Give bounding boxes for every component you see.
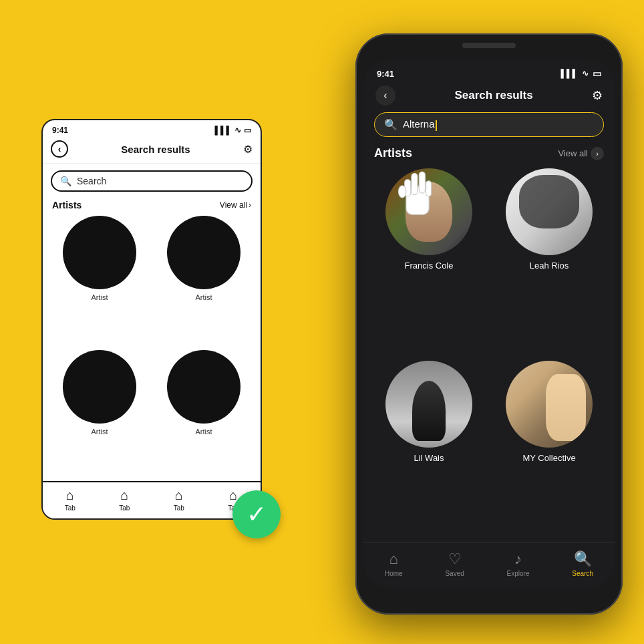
wf-wifi-icon: ∿ <box>234 126 241 135</box>
wf-nav-item-3[interactable]: ⌂ Tab <box>174 488 184 512</box>
dp-artist-name-francis: Francis Cole <box>405 261 454 271</box>
dp-search-input[interactable]: Alterna <box>403 118 594 130</box>
wf-header: ‹ Search results ⚙ <box>43 138 261 164</box>
wf-nav-item-1[interactable]: ⌂ Tab <box>65 488 75 512</box>
dp-search-icon: 🔍 <box>384 118 397 131</box>
dp-view-all-button[interactable]: View all › <box>558 147 604 160</box>
wf-page-title: Search results <box>121 144 190 155</box>
dp-artist-item-mycollective[interactable]: MY Collective <box>494 361 604 542</box>
scene: 9:41 ▌▌▌ ∿ ▭ ‹ Search results ⚙ 🔍 Search… <box>0 0 644 644</box>
wf-artist-image-1 <box>63 216 136 289</box>
dp-artist-image-leah <box>506 168 593 255</box>
dp-search-nav-icon: 🔍 <box>574 550 592 568</box>
wf-nav-label-3: Tab <box>174 504 184 512</box>
dp-search-bar[interactable]: 🔍 Alterna <box>374 112 604 137</box>
dp-signal-icon: ▌▌▌ <box>560 69 578 78</box>
dp-artist-name-leah: Leah Rios <box>530 261 569 271</box>
wf-artist-item-1[interactable]: Artist <box>52 216 147 341</box>
dp-artist-image-francis <box>385 168 472 255</box>
wf-artist-name-1: Artist <box>91 293 108 301</box>
dp-page-title: Search results <box>454 89 532 102</box>
dp-artist-name-lilwais: Lil Wais <box>414 453 444 463</box>
dp-artist-item-leah[interactable]: Leah Rios <box>494 168 604 350</box>
wf-status-bar: 9:41 ▌▌▌ ∿ ▭ <box>43 120 261 138</box>
wf-signal-icon: ▌▌▌ <box>214 126 232 135</box>
dp-artist-name-mycollective: MY Collective <box>522 453 575 463</box>
wf-artist-image-4 <box>167 350 240 424</box>
wf-search-bar[interactable]: 🔍 Search <box>51 170 253 192</box>
dp-text-cursor <box>436 120 437 131</box>
dp-search-label: Search <box>572 570 593 577</box>
wireframe-phone: 9:41 ▌▌▌ ∿ ▭ ‹ Search results ⚙ 🔍 Search… <box>41 119 262 520</box>
dp-view-all-label: View all <box>558 148 588 158</box>
dp-explore-label: Explore <box>507 570 530 577</box>
wf-artist-image-3 <box>63 350 136 424</box>
dp-status-icons: ▌▌▌ ∿ ▭ <box>560 68 601 79</box>
wf-search-icon: 🔍 <box>60 176 71 186</box>
dp-settings-icon[interactable]: ⚙ <box>592 88 603 103</box>
wf-back-button[interactable]: ‹ <box>51 140 68 158</box>
wf-settings-icon[interactable]: ⚙ <box>243 143 253 156</box>
wf-view-all-arrow: › <box>249 200 251 210</box>
wf-artist-image-2 <box>167 216 240 289</box>
wf-section-header: Artists View all › <box>43 197 261 216</box>
dp-home-label: Home <box>385 570 403 577</box>
wf-view-all-label: View all <box>220 200 247 210</box>
wf-nav-label-2: Tab <box>119 504 130 512</box>
dp-nav-saved[interactable]: ♡ Saved <box>445 550 464 577</box>
wf-artist-item-2[interactable]: Artist <box>156 216 251 341</box>
dp-nav-explore[interactable]: ♪ Explore <box>507 550 530 577</box>
dp-artist-item-lilwais[interactable]: Lil Wais <box>374 361 484 542</box>
wf-view-all-button[interactable]: View all › <box>220 200 251 210</box>
wf-artist-name-2: Artist <box>195 293 212 301</box>
checkmark-icon: ✓ <box>247 502 267 526</box>
dp-view-all-arrow: › <box>591 147 604 160</box>
wf-bottom-nav: ⌂ Tab ⌂ Tab ⌂ Tab ⌂ Tab <box>43 481 261 518</box>
dark-phone: 9:41 ▌▌▌ ∿ ▭ ‹ Search results ⚙ 🔍 <box>355 33 623 615</box>
dp-saved-icon: ♡ <box>448 550 462 568</box>
dp-artist-item-francis[interactable]: Francis Cole <box>374 168 484 350</box>
dp-time: 9:41 <box>377 69 394 79</box>
dp-artist-image-lilwais <box>385 361 472 448</box>
dp-artist-image-mycollective <box>506 361 593 448</box>
dp-nav-search[interactable]: 🔍 Search <box>572 550 593 577</box>
wf-artists-grid: Artist Artist Artist Artist <box>43 216 261 481</box>
wf-home-icon-2: ⌂ <box>120 488 128 503</box>
wf-battery-icon: ▭ <box>244 126 251 135</box>
phone-speaker <box>462 43 516 48</box>
dark-phone-frame: 9:41 ▌▌▌ ∿ ▭ ‹ Search results ⚙ 🔍 <box>355 33 623 615</box>
wf-artist-name-3: Artist <box>91 428 108 436</box>
wf-artist-item-4[interactable]: Artist <box>156 350 251 475</box>
wf-status-icons: ▌▌▌ ∿ ▭ <box>214 126 251 135</box>
dp-explore-icon: ♪ <box>514 550 522 568</box>
wf-artist-item-3[interactable]: Artist <box>52 350 147 475</box>
wf-home-icon-3: ⌂ <box>175 488 183 503</box>
dp-wifi-icon: ∿ <box>582 69 589 78</box>
wf-search-input[interactable]: Search <box>77 176 106 186</box>
dp-artists-title: Artists <box>374 146 412 160</box>
dp-nav-home[interactable]: ⌂ Home <box>385 550 403 577</box>
wf-home-icon-1: ⌂ <box>66 488 74 503</box>
dp-back-button[interactable]: ‹ <box>375 86 395 106</box>
dp-section-header: Artists View all › <box>363 146 615 168</box>
wf-artist-name-4: Artist <box>195 428 212 436</box>
dp-status-bar: 9:41 ▌▌▌ ∿ ▭ <box>363 60 615 83</box>
dp-bottom-nav: ⌂ Home ♡ Saved ♪ Explore 🔍 Search <box>363 542 615 588</box>
dp-battery-icon: ▭ <box>593 68 601 79</box>
wf-artists-title: Artists <box>52 200 82 210</box>
dp-home-icon: ⌂ <box>389 550 398 568</box>
checkmark-badge: ✓ <box>232 490 281 538</box>
dp-artists-grid: Francis Cole Leah Rios Lil Wais MY Colle… <box>363 168 615 542</box>
dp-header: ‹ Search results ⚙ <box>363 83 615 112</box>
wf-nav-label-1: Tab <box>65 504 75 512</box>
dark-phone-screen: 9:41 ▌▌▌ ∿ ▭ ‹ Search results ⚙ 🔍 <box>363 60 615 588</box>
wf-time: 9:41 <box>52 126 68 135</box>
wf-nav-item-2[interactable]: ⌂ Tab <box>119 488 130 512</box>
dp-saved-label: Saved <box>445 570 464 577</box>
